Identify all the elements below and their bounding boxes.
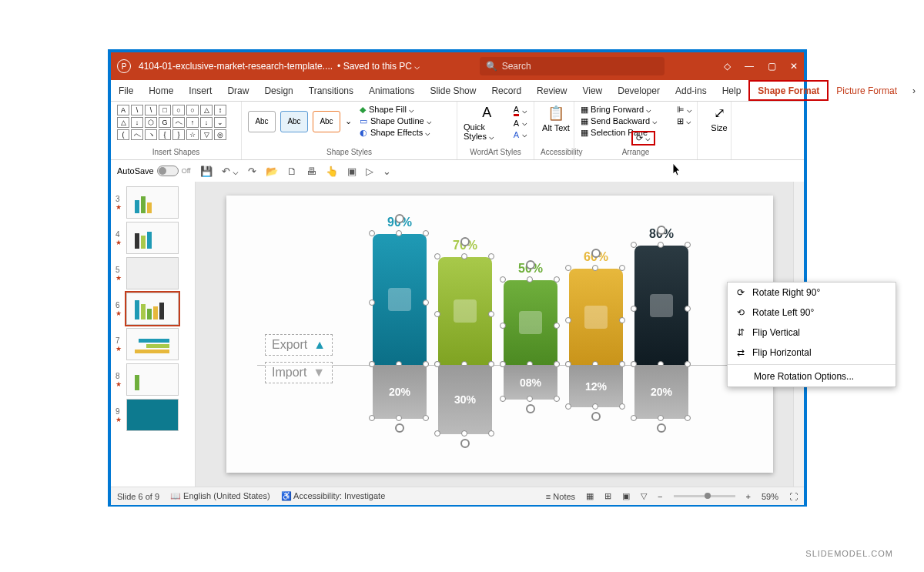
rotate-dropdown-menu: ⟳Rotate Right 90° ⟲Rotate Left 90° ⇵Flip… — [727, 282, 896, 387]
redo-icon[interactable]: ↷ — [248, 166, 256, 177]
search-input[interactable]: 🔍 Search — [480, 57, 665, 75]
language-indicator[interactable]: 📖 English (United States) — [170, 491, 270, 501]
save-status[interactable]: • Saved to this PC ⌵ — [337, 61, 420, 72]
accessibility-check[interactable]: ♿ Accessibility: Investigate — [281, 491, 386, 501]
notes-button[interactable]: ≡ Notes — [546, 492, 575, 501]
close-button[interactable]: ✕ — [790, 61, 798, 72]
reading-view-icon[interactable]: ▣ — [622, 491, 630, 501]
legend-import[interactable]: Import▼ — [265, 362, 333, 383]
zoom-in[interactable]: + — [746, 492, 751, 501]
rotate-button[interactable]: ⟳ ⌵ — [631, 131, 655, 146]
new-icon[interactable]: 🗋 — [287, 166, 297, 177]
tab-help[interactable]: Help — [715, 80, 749, 101]
thumb-4[interactable] — [126, 222, 179, 254]
alt-text-button[interactable]: 📋Alt Text — [541, 105, 571, 132]
text-outline-button[interactable]: A ⌵ — [514, 118, 527, 128]
slideshow-view-icon[interactable]: ▽ — [641, 491, 647, 501]
thumb-6[interactable] — [126, 293, 179, 325]
tab-animations[interactable]: Animations — [361, 80, 422, 101]
bring-forward-button[interactable]: ▦ Bring Forward ⌵ — [581, 105, 691, 115]
group-size: ⤢Size — [698, 102, 732, 159]
tab-review[interactable]: Review — [529, 80, 574, 101]
layout-icon[interactable]: ▣ — [347, 166, 357, 177]
shape-outline-button[interactable]: ▭Shape Outline ⌵ — [360, 116, 432, 126]
tab-developer[interactable]: Developer — [610, 80, 668, 101]
shape-effects-button[interactable]: ◐Shape Effects ⌵ — [360, 128, 432, 138]
tab-addins[interactable]: Add-ins — [668, 80, 715, 101]
save-icon[interactable]: 💾 — [200, 166, 213, 177]
thumb-5[interactable] — [126, 257, 179, 289]
rotate-left-90[interactable]: ⟲Rotate Left 90° — [728, 303, 896, 323]
thumb-9[interactable] — [126, 399, 179, 431]
tab-insert[interactable]: Insert — [181, 80, 219, 101]
tab-home[interactable]: Home — [141, 80, 181, 101]
maximize-button[interactable]: ▢ — [768, 61, 776, 72]
flip-vertical-icon: ⇵ — [737, 327, 745, 338]
more-rotation-options[interactable]: More Rotation Options... — [728, 366, 896, 386]
flip-vertical[interactable]: ⇵Flip Vertical — [728, 323, 896, 343]
rotate-right-icon: ⟳ — [737, 287, 745, 298]
tab-draw[interactable]: Draw — [219, 80, 256, 101]
undo-icon[interactable]: ↶ ⌵ — [222, 166, 239, 177]
text-effects-button[interactable]: A ⌵ — [514, 129, 527, 139]
slide-counter[interactable]: Slide 6 of 9 — [117, 492, 159, 501]
text-fill-button[interactable]: A ⌵ — [514, 105, 527, 116]
autosave-label: AutoSave — [117, 166, 154, 176]
group-accessibility: 📋Alt Text Accessibility — [534, 102, 574, 159]
tab-record[interactable]: Record — [484, 80, 529, 101]
thumb-7[interactable] — [126, 328, 179, 360]
zoom-out[interactable]: − — [658, 492, 662, 501]
touch-icon[interactable]: 👆 — [326, 166, 338, 177]
normal-view-icon[interactable]: ▦ — [586, 491, 594, 501]
watermark: SLIDEMODEL.COM — [805, 549, 893, 558]
present-icon[interactable]: ▷ — [366, 166, 373, 177]
minimize-button[interactable]: — — [745, 61, 754, 72]
tab-picture-format[interactable]: Picture Format — [829, 80, 905, 101]
tab-overflow[interactable]: › — [905, 80, 923, 101]
legend-export[interactable]: Export▲ — [265, 334, 333, 356]
size-button[interactable]: ⤢Size — [704, 105, 735, 132]
autosave-toggle[interactable] — [157, 166, 179, 176]
rotate-right-90[interactable]: ⟳Rotate Right 90° — [728, 283, 896, 303]
thumb-8[interactable] — [126, 363, 179, 396]
sorter-view-icon[interactable]: ⊞ — [604, 491, 611, 501]
slide-canvas-area[interactable]: Export▲ Import▼ 90%20%70%30%50%08%60%12%… — [196, 182, 804, 487]
tab-transitions[interactable]: Transitions — [301, 80, 361, 101]
fit-window-icon[interactable]: ⛶ — [789, 492, 798, 501]
tab-design[interactable]: Design — [256, 80, 300, 101]
mouse-cursor — [673, 163, 682, 177]
gallery-more-icon[interactable]: ⌄ — [345, 116, 352, 126]
open-icon[interactable]: 📂 — [266, 166, 278, 177]
align-button[interactable]: ⊫ ⌵ — [677, 105, 692, 115]
print-icon[interactable]: 🖶 — [306, 166, 316, 177]
quick-access-toolbar: AutoSave Off 💾 ↶ ⌵ ↷ 📂 🗋 🖶 👆 ▣ ▷ ⌄ — [111, 160, 804, 182]
shapes-gallery[interactable]: A\\□○○△↕ △↓⬡Gへ↑↓⌄ (へヽ{}☆▽◎ — [117, 105, 235, 140]
quick-styles-button[interactable]: AQuick Styles ⌵ — [464, 105, 511, 142]
tab-view[interactable]: View — [574, 80, 610, 101]
group-insert-shapes: A\\□○○△↕ △↓⬡Gへ↑↓⌄ (へヽ{}☆▽◎ Insert Shapes — [111, 102, 242, 159]
menu-bar: File Home Insert Draw Design Transitions… — [111, 80, 804, 102]
file-name[interactable]: 4104-01-exclusive-market-research-templa… — [139, 61, 333, 72]
search-placeholder: Search — [502, 61, 531, 72]
shape-fill-button[interactable]: ◆Shape Fill ⌵ — [360, 105, 432, 115]
group-shape-styles: Abc Abc Abc ⌄ ◆Shape Fill ⌵ ▭Shape Outli… — [242, 102, 457, 159]
more-icon[interactable]: ⌄ — [383, 166, 391, 177]
legend[interactable]: Export▲ Import▼ — [265, 334, 333, 390]
rotate-left-icon: ⟲ — [737, 307, 745, 318]
thumbnail-panel[interactable]: 3★ 4★ 5★ 6★ 7★ 8★ 9★ — [111, 182, 196, 487]
workspace: 3★ 4★ 5★ 6★ 7★ 8★ 9★ Export▲ Import▼ 90%… — [111, 182, 804, 487]
zoom-level[interactable]: 59% — [762, 492, 778, 501]
flip-horizontal-icon: ⇄ — [737, 347, 745, 358]
slide-canvas[interactable]: Export▲ Import▼ 90%20%70%30%50%08%60%12%… — [226, 196, 773, 473]
group-button[interactable]: ⊞ ⌵ — [677, 116, 692, 126]
tab-shape-format[interactable]: Shape Format — [748, 80, 829, 101]
tab-file[interactable]: File — [111, 80, 141, 101]
thumb-3[interactable] — [126, 186, 179, 219]
flip-horizontal[interactable]: ⇄Flip Horizontal — [728, 343, 896, 363]
app-window: P 4104-01-exclusive-market-research-temp… — [108, 49, 807, 507]
teams-share-icon[interactable]: ◇ — [724, 61, 731, 72]
shape-style-gallery[interactable]: Abc Abc Abc ⌄ — [248, 111, 352, 132]
zoom-slider[interactable] — [674, 495, 735, 497]
tab-slide-show[interactable]: Slide Show — [422, 80, 484, 101]
send-backward-button[interactable]: ▦ Send Backward ⌵ — [581, 116, 691, 126]
